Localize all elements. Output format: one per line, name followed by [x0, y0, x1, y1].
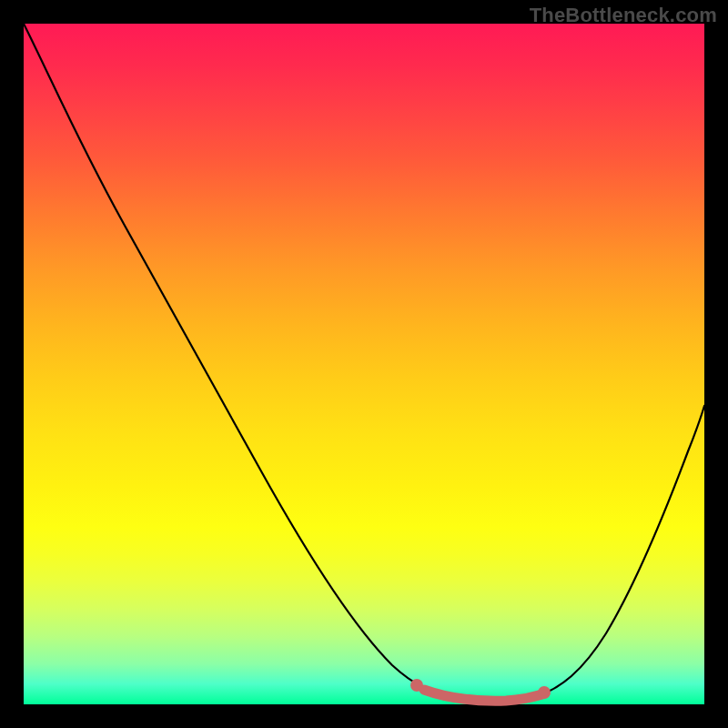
bottleneck-curve	[24, 24, 704, 702]
chart-frame: TheBottleneck.com	[0, 0, 728, 728]
watermark-text: TheBottleneck.com	[530, 4, 717, 27]
optimal-range-marker	[424, 690, 542, 701]
optimal-end-dot	[538, 686, 551, 699]
plot-area	[24, 24, 704, 704]
curve-layer	[24, 24, 704, 704]
